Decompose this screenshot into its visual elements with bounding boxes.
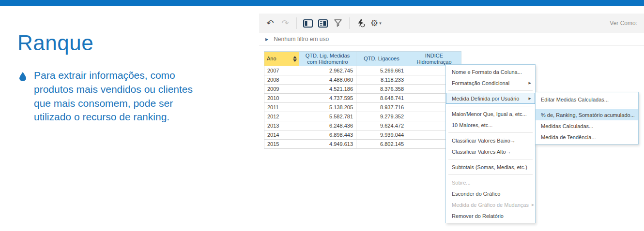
menu-item-label: Maior/Menor Que, Igual a, etc... bbox=[452, 111, 527, 117]
menu-item-maior-menor-que[interactable]: Maior/Menor Que, Igual a, etc... bbox=[446, 108, 535, 119]
redo-icon: ↷ bbox=[281, 19, 289, 28]
chevron-down-icon: ▾ bbox=[379, 21, 382, 26]
menu-item-label: Classificar Valores Baixo→ bbox=[452, 138, 516, 144]
table-view-button[interactable] bbox=[318, 17, 328, 29]
menu-item-classificar-alto[interactable]: Classificar Valores Alto→ bbox=[446, 146, 535, 157]
menu-item-medida-grafico-mudancas: Medida de Gráfico de Mudanças ▶ bbox=[446, 199, 535, 210]
bullet-item: Para extrair informações, como produtos … bbox=[19, 69, 232, 124]
cell-value[interactable]: 9.939.044 bbox=[356, 130, 407, 140]
cell-value[interactable]: 8.376.358 bbox=[356, 85, 407, 94]
table-view-icon bbox=[318, 19, 328, 28]
menu-separator bbox=[448, 90, 533, 91]
menu-item-label: Esconder do Gráfico bbox=[452, 191, 500, 197]
menu-item-formatacao-condicional[interactable]: Formatação Condicional ▶ bbox=[446, 77, 535, 88]
filter-button[interactable] bbox=[333, 17, 343, 29]
submenu-item-medidas-calculadas[interactable]: Medidas Calculadas... bbox=[536, 120, 638, 131]
menu-item-label: 10 Maiores, etc... bbox=[452, 122, 492, 128]
menu-item-sobre: Sobre... bbox=[446, 177, 535, 188]
cell-value[interactable]: 9.279.352 bbox=[356, 112, 407, 121]
column-header-qtd-ligacoes[interactable]: QTD. Ligacoes bbox=[356, 52, 407, 66]
cell-value[interactable]: 9.624.472 bbox=[356, 121, 407, 130]
column-context-menu: Nome e Formato da Coluna... Formatação C… bbox=[445, 64, 536, 223]
table-row: 2008 4.488.060 8.118.233 55, bbox=[264, 75, 461, 85]
menu-item-label: Sobre... bbox=[452, 180, 471, 186]
cell-year[interactable]: 2012 bbox=[264, 112, 299, 121]
page-title: Ranque bbox=[17, 31, 93, 55]
submenu-item-ranking-somatorio[interactable]: % de, Ranking, Somatório acumulado... bbox=[536, 109, 638, 120]
filter-bar: ▶ Nenhum filtro em uso bbox=[259, 33, 644, 46]
lightning-refresh-icon bbox=[356, 19, 366, 28]
menu-item-10-maiores[interactable]: 10 Maiores, etc... bbox=[446, 119, 535, 130]
cell-value[interactable]: 4.949.613 bbox=[299, 140, 356, 149]
menu-separator bbox=[538, 107, 636, 107]
menu-item-label: Nome e Formato da Coluna... bbox=[452, 69, 522, 75]
cell-value[interactable]: 5.582.781 bbox=[299, 112, 356, 121]
settings-button[interactable]: ⚙ ▾ bbox=[370, 17, 382, 29]
column-header-ano[interactable]: Ano bbox=[264, 52, 299, 66]
cell-year[interactable]: 2008 bbox=[264, 75, 299, 85]
slide-top-accent-bar bbox=[0, 0, 644, 6]
submenu-arrow-icon: ▶ bbox=[526, 97, 531, 101]
submenu-arrow-icon: ▶ bbox=[529, 203, 534, 207]
menu-item-esconder-grafico[interactable]: Esconder do Gráfico bbox=[446, 188, 535, 199]
menu-item-classificar-baixo[interactable]: Classificar Valores Baixo→ bbox=[446, 135, 535, 146]
toolbar-separator bbox=[296, 17, 297, 29]
cell-year[interactable]: 2010 bbox=[264, 94, 299, 103]
cell-value[interactable]: 8.118.233 bbox=[356, 75, 407, 85]
menu-item-remover-relatorio[interactable]: Remover do Relatório bbox=[446, 210, 535, 221]
cell-value[interactable]: 6.898.443 bbox=[299, 130, 356, 140]
table-row: 2013 6.248.436 9.624.472 64, bbox=[264, 121, 461, 130]
menu-item-label: Medidas Calculadas... bbox=[541, 123, 593, 129]
cell-value[interactable]: 4.521.186 bbox=[299, 85, 356, 94]
report-layout-button[interactable] bbox=[303, 17, 313, 29]
report-layout-icon bbox=[303, 19, 313, 28]
submenu-arrow-icon: ▶ bbox=[526, 81, 531, 85]
menu-item-subtotais[interactable]: Subtotais (Somas, Medias, etc.) bbox=[446, 161, 535, 173]
submenu-item-medida-tendencia[interactable]: Medida de Tendência... bbox=[536, 131, 638, 143]
column-header-label: Ano bbox=[267, 56, 276, 61]
table-row: 2009 4.521.186 8.376.358 53, bbox=[264, 85, 461, 94]
table-row: 2007 2.962.745 5.269.661 56, bbox=[264, 66, 461, 75]
cell-year[interactable]: 2014 bbox=[264, 130, 299, 140]
cell-value[interactable]: 8.648.741 bbox=[356, 94, 407, 103]
cell-value[interactable]: 2.962.745 bbox=[299, 66, 356, 75]
medida-definida-submenu: Editar Medidas Calculadas... % de, Ranki… bbox=[535, 92, 639, 144]
droplet-bullet-icon bbox=[19, 72, 26, 124]
menu-item-medida-definida-usuario[interactable]: Medida Definida por Usuário ▶ bbox=[446, 93, 535, 104]
cell-year[interactable]: 2013 bbox=[264, 121, 299, 130]
redo-button[interactable]: ↷ bbox=[280, 17, 291, 29]
cell-year[interactable]: 2015 bbox=[264, 140, 299, 149]
menu-item-label: Classificar Valores Alto→ bbox=[452, 149, 511, 155]
screenshot-panel: ↶ ↷ bbox=[259, 14, 644, 226]
cell-year[interactable]: 2011 bbox=[264, 103, 299, 112]
cell-value[interactable]: 4.737.595 bbox=[299, 94, 356, 103]
cell-value[interactable]: 5.269.661 bbox=[356, 66, 407, 75]
menu-separator bbox=[448, 174, 533, 175]
expand-filters-icon[interactable]: ▶ bbox=[265, 37, 268, 42]
quick-actions-button[interactable] bbox=[355, 17, 366, 29]
sort-icon[interactable] bbox=[293, 56, 297, 62]
column-header-qtd-lig-medidas[interactable]: QTD. Lig. Medidas com Hidromentro bbox=[299, 52, 356, 66]
menu-separator bbox=[448, 132, 533, 133]
cell-value[interactable]: 5.138.205 bbox=[299, 103, 356, 112]
cell-value[interactable]: 6.802.145 bbox=[356, 140, 407, 149]
cell-year[interactable]: 2007 bbox=[264, 66, 299, 75]
cell-value[interactable]: 6.248.436 bbox=[299, 121, 356, 130]
ver-como-label: Ver Como: bbox=[610, 20, 638, 27]
toolbar-separator bbox=[349, 17, 350, 29]
submenu-item-editar-medidas-calculadas[interactable]: Editar Medidas Calculadas... bbox=[536, 94, 638, 105]
cell-value[interactable]: 8.937.716 bbox=[356, 103, 407, 112]
cell-value[interactable]: 4.488.060 bbox=[299, 75, 356, 85]
undo-icon: ↶ bbox=[266, 19, 274, 28]
undo-button[interactable]: ↶ bbox=[265, 17, 276, 29]
menu-item-label: Medida de Gráfico de Mudanças bbox=[452, 202, 529, 208]
table-row: 2010 4.737.595 8.648.741 54, bbox=[264, 94, 461, 103]
menu-item-nome-formato-coluna[interactable]: Nome e Formato da Coluna... bbox=[446, 66, 535, 77]
menu-item-label: Remover do Relatório bbox=[452, 213, 504, 219]
menu-item-label: % de, Ranking, Somatório acumulado... bbox=[541, 112, 635, 118]
pivot-table: Ano QTD. Lig. Medidas com Hidromentro QT… bbox=[264, 51, 461, 149]
cell-year[interactable]: 2009 bbox=[264, 85, 299, 94]
menu-item-label: Medida Definida por Usuário bbox=[452, 96, 519, 101]
menu-item-label: Formatação Condicional bbox=[452, 80, 509, 86]
table-row: 2015 4.949.613 6.802.145 72, bbox=[264, 140, 461, 149]
